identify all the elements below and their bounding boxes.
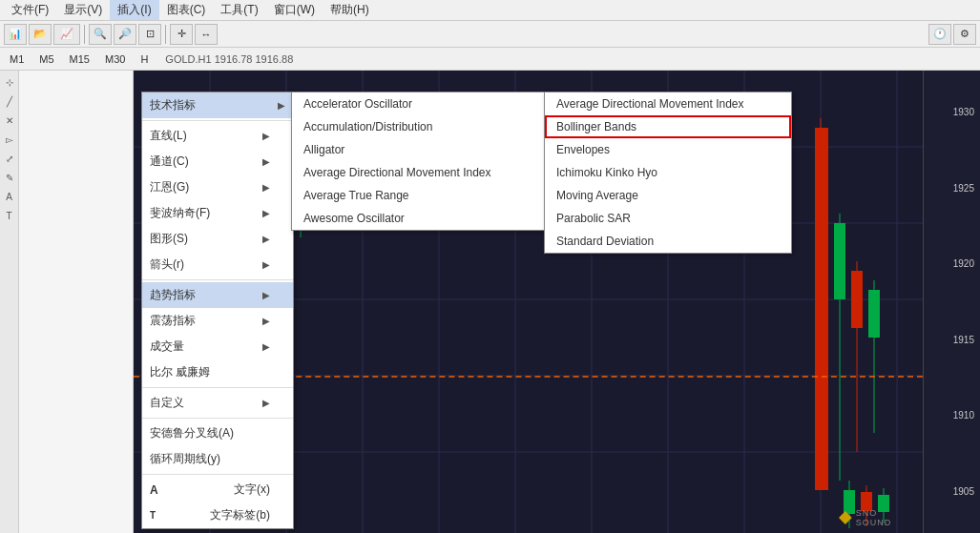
menu-text-label[interactable]: T 文字标签(b) <box>142 502 293 528</box>
menu-fibonacci[interactable]: 斐波纳奇(F) ▶ <box>142 200 293 226</box>
menu-channels[interactable]: 通道(C) ▶ <box>142 149 293 174</box>
price-1910: 1910 <box>926 410 978 420</box>
menu-bill-williams[interactable]: 比尔 威廉姆 <box>142 359 293 385</box>
menu-bar: 文件(F) 显示(V) 插入(I) 图表(C) 工具(T) 窗口(W) 帮助(H… <box>0 0 980 21</box>
sep3 <box>142 387 293 388</box>
menu-awesome[interactable]: Awesome Oscillator <box>292 207 548 230</box>
autoscroll-btn[interactable]: ↔ <box>195 24 218 45</box>
new-chart-btn[interactable]: 📊 <box>4 24 27 45</box>
svg-rect-51 <box>834 223 845 299</box>
menu-tech-indicators-dropdown: Accelerator Oscillator Accumulation/Dist… <box>291 92 549 231</box>
expand-icon[interactable]: ⤢ <box>2 151 17 166</box>
crosshair-btn[interactable]: ✛ <box>170 24 193 45</box>
svg-rect-49 <box>815 128 828 490</box>
price-scale: 1930 1925 1920 1915 1910 1905 <box>923 71 980 533</box>
sep4 <box>142 418 293 419</box>
clock-btn[interactable]: 🕐 <box>928 24 951 45</box>
tf-m1[interactable]: M1 <box>4 52 30 66</box>
menu-window[interactable]: 窗口(W) <box>266 0 323 20</box>
crosshair-icon[interactable]: ✕ <box>2 113 17 128</box>
menu-atr[interactable]: Average True Range <box>292 184 548 207</box>
menu-admi[interactable]: Average Directional Movement Index <box>292 161 548 184</box>
sep5 <box>142 474 293 475</box>
chart-title: GOLD.H1 1916.78 1916.88 <box>165 53 293 65</box>
left-sidebar: ⊹ ╱ ✕ ▻ ⤢ ✎ A T <box>0 71 134 533</box>
menu-alligator[interactable]: Alligator <box>292 138 548 161</box>
settings-btn[interactable]: ⚙ <box>953 24 976 45</box>
menu-help[interactable]: 帮助(H) <box>323 0 377 20</box>
menu-custom[interactable]: 自定义 ▶ <box>142 390 293 416</box>
menu-chart[interactable]: 图表(C) <box>159 0 214 20</box>
menu-cycle[interactable]: 循环周期线(y) <box>142 446 293 472</box>
tf-m15[interactable]: M15 <box>64 52 95 66</box>
tf-h[interactable]: H <box>135 52 154 66</box>
zoom-in-btn[interactable]: 🔍 <box>89 24 112 45</box>
menu-l3-ma[interactable]: Moving Average <box>545 184 791 207</box>
menu-l3-admi[interactable]: Average Directional Movement Index <box>545 92 791 115</box>
pencil-icon[interactable]: ✎ <box>2 170 17 185</box>
menu-l3-stddev[interactable]: Standard Deviation <box>545 230 791 253</box>
menu-view[interactable]: 显示(V) <box>56 0 110 20</box>
sep2 <box>165 25 166 44</box>
text-icon[interactable]: A <box>2 189 17 204</box>
menu-trend-dropdown: Average Directional Movement Index Bolli… <box>544 92 792 254</box>
menu-tools[interactable]: 工具(T) <box>213 0 265 20</box>
price-1920: 1920 <box>926 258 978 269</box>
menu-trend-indicators[interactable]: 趋势指标 ▶ <box>142 282 293 308</box>
header-arrow: ▶ <box>278 100 285 111</box>
toolbar-right: 🕐 ⚙ <box>928 24 976 45</box>
main-toolbar: 📊 📂 📈 🔍 🔎 ⊡ ✛ ↔ 🕐 ⚙ <box>0 21 980 48</box>
sep1 <box>84 25 85 44</box>
chart-area: 1930 1925 1920 1915 1910 1905 SNO SOUND … <box>0 71 980 533</box>
menu-l3-sar[interactable]: Parabolic SAR <box>545 207 791 230</box>
arrow-icon[interactable]: ▻ <box>2 132 17 147</box>
menu-l3-ichimoku[interactable]: Ichimoku Kinko Hyo <box>545 161 791 184</box>
tf-m30[interactable]: M30 <box>99 52 131 66</box>
indicators-btn[interactable]: 📈 <box>53 24 80 45</box>
sidebar-icon-bar: ⊹ ╱ ✕ ▻ ⤢ ✎ A T <box>0 71 19 533</box>
menu-andrews[interactable]: 安德鲁分叉线(A) <box>142 420 293 446</box>
menu-indicators-header[interactable]: 技术指标 ▶ <box>142 92 293 118</box>
svg-rect-55 <box>868 290 880 338</box>
price-1915: 1915 <box>926 335 978 345</box>
price-1930: 1930 <box>926 107 978 117</box>
menu-file[interactable]: 文件(F) <box>4 0 56 20</box>
menu-insert[interactable]: 插入(I) <box>110 0 158 20</box>
sep-after-header <box>142 120 293 121</box>
logo: SNO SOUND <box>839 508 915 527</box>
logo-diamond <box>839 511 852 524</box>
trendline-icon[interactable]: ╱ <box>2 93 17 109</box>
menu-l3-envelopes[interactable]: Envelopes <box>545 138 791 161</box>
menu-accumulation[interactable]: Accumulation/Distribution <box>292 115 548 138</box>
menu-gann[interactable]: 江恩(G) ▶ <box>142 174 293 200</box>
tf-m5[interactable]: M5 <box>33 52 59 66</box>
menu-insert-dropdown: 技术指标 ▶ 直线(L) ▶ 通道(C) ▶ 江恩(G) ▶ 斐波纳奇(F) ▶… <box>141 92 294 529</box>
menu-l3-bollinger[interactable]: Bollinger Bands <box>545 115 791 138</box>
svg-rect-53 <box>851 271 863 328</box>
price-1925: 1925 <box>926 183 978 194</box>
price-1905: 1905 <box>926 486 978 497</box>
cursor-icon[interactable]: ⊹ <box>2 74 17 90</box>
menu-shapes[interactable]: 图形(S) ▶ <box>142 226 293 252</box>
menu-accelerator[interactable]: Accelerator Oscillator <box>292 92 548 115</box>
label-icon[interactable]: T <box>2 208 17 223</box>
menu-arrows[interactable]: 箭头(r) ▶ <box>142 252 293 277</box>
menu-lines[interactable]: 直线(L) ▶ <box>142 123 293 149</box>
fit-btn[interactable]: ⊡ <box>138 24 161 45</box>
menu-text[interactable]: A 文字(x) <box>142 477 293 502</box>
logo-text: SNO SOUND <box>856 508 915 527</box>
menu-oscillators[interactable]: 震荡指标 ▶ <box>142 308 293 334</box>
zoom-out-btn[interactable]: 🔎 <box>114 24 136 45</box>
open-btn[interactable]: 📂 <box>29 24 52 45</box>
menu-volume[interactable]: 成交量 ▶ <box>142 334 293 359</box>
secondary-toolbar: M1 M5 M15 M30 H GOLD.H1 1916.78 1916.88 <box>0 48 980 71</box>
sep2 <box>142 279 293 280</box>
